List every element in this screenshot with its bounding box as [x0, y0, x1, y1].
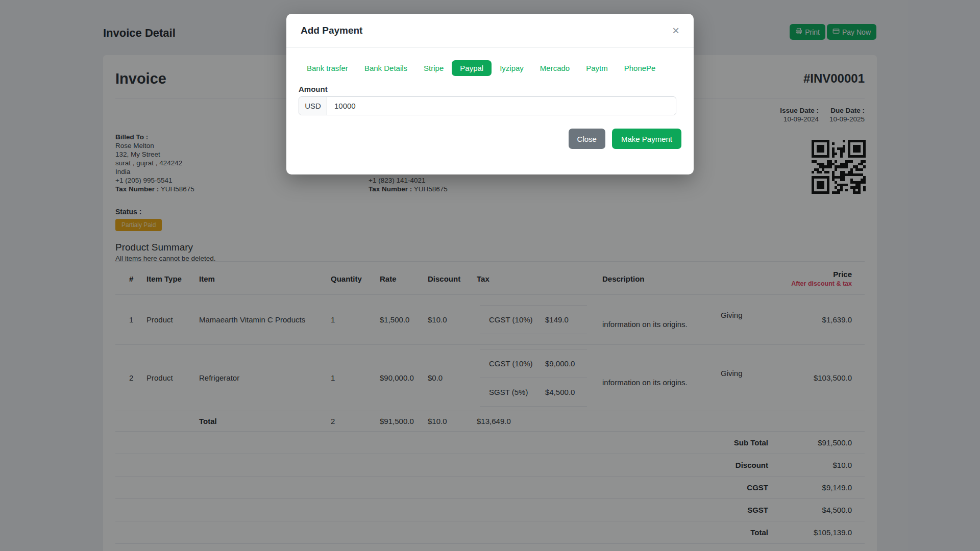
payment-tab-bank-details[interactable]: Bank Details	[356, 60, 415, 76]
add-payment-modal: Add Payment × Bank trasferBank DetailsSt…	[286, 14, 694, 174]
payment-tab-iyzipay[interactable]: Iyzipay	[492, 60, 532, 76]
payment-tab-stripe[interactable]: Stripe	[415, 60, 452, 76]
payment-method-tabs: Bank trasferBank DetailsStripePaypalIyzi…	[299, 60, 681, 76]
amount-input-group: USD	[299, 96, 676, 115]
currency-prefix: USD	[299, 97, 327, 115]
payment-tab-paypal[interactable]: Paypal	[452, 60, 492, 76]
modal-body: Bank trasferBank DetailsStripePaypalIyzi…	[286, 48, 694, 115]
close-icon[interactable]: ×	[672, 24, 679, 37]
modal-header: Add Payment ×	[286, 14, 694, 48]
payment-tab-paytm[interactable]: Paytm	[578, 60, 616, 76]
modal-footer: Close Make Payment	[286, 129, 694, 149]
amount-input[interactable]	[327, 97, 676, 115]
modal-title: Add Payment	[301, 25, 362, 36]
payment-tab-bank-trasfer[interactable]: Bank trasfer	[299, 60, 356, 76]
close-button[interactable]: Close	[569, 129, 605, 149]
payment-tab-mercado[interactable]: Mercado	[532, 60, 578, 76]
make-payment-button[interactable]: Make Payment	[612, 129, 681, 149]
payment-tab-phonepe[interactable]: PhonePe	[616, 60, 664, 76]
amount-label: Amount	[299, 85, 681, 93]
